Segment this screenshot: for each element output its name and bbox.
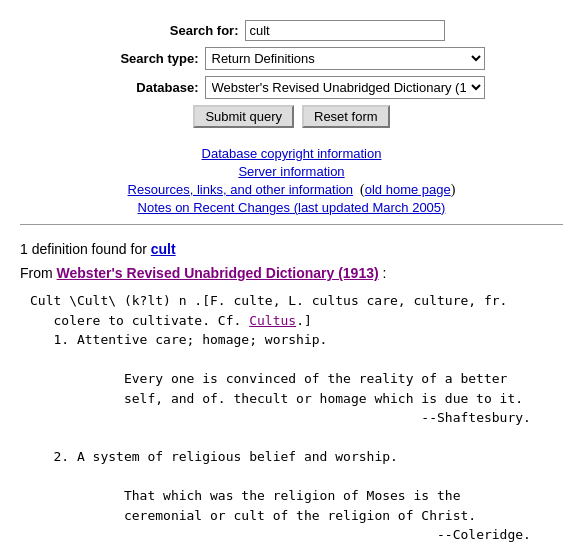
source-name-link[interactable]: Webster's Revised Unabridged Dictionary … — [57, 265, 379, 281]
search-type-row: Search type: Return Definitions Match He… — [20, 47, 563, 70]
resources-link-row: Resources, links, and other information … — [0, 182, 583, 198]
server-info-link-row: Server information — [0, 164, 583, 180]
database-row: Database: Webster's Revised Unabridged D… — [20, 76, 563, 99]
source-suffix: : — [379, 265, 387, 281]
links-section: Database copyright information Server in… — [0, 146, 583, 216]
search-for-row: Search for: — [20, 20, 563, 41]
server-info-link[interactable]: Server information — [238, 164, 344, 179]
notes-link[interactable]: Notes on Recent Changes (last updated Ma… — [138, 200, 446, 215]
definition-block: Cult \Cult\ (k?lt) n .[F. culte, L. cult… — [30, 291, 563, 545]
results-count: 1 definition found for — [20, 241, 151, 257]
search-type-select[interactable]: Return Definitions Match Headwords Match… — [205, 47, 485, 70]
notes-link-row: Notes on Recent Changes (last updated Ma… — [0, 200, 583, 216]
divider — [20, 224, 563, 225]
old-home-link[interactable]: old home page — [365, 182, 451, 197]
search-input[interactable] — [245, 20, 445, 41]
db-copyright-link-row: Database copyright information — [0, 146, 583, 162]
results-section: 1 definition found for cult From Webster… — [0, 233, 583, 553]
cultus-link[interactable]: Cultus — [249, 313, 296, 328]
db-copyright-link[interactable]: Database copyright information — [202, 146, 382, 161]
search-form: Search for: Search type: Return Definiti… — [0, 10, 583, 146]
database-label: Database: — [99, 80, 199, 95]
search-type-label: Search type: — [99, 51, 199, 66]
database-select[interactable]: Webster's Revised Unabridged Dictionary … — [205, 76, 485, 99]
search-for-label: Search for: — [139, 23, 239, 38]
button-row: Submit query Reset form — [193, 105, 389, 128]
submit-button[interactable]: Submit query — [193, 105, 294, 128]
search-word-link[interactable]: cult — [151, 241, 176, 257]
from-label: From — [20, 265, 57, 281]
resources-link[interactable]: Resources, links, and other information — [128, 182, 353, 197]
source-header: From Webster's Revised Unabridged Dictio… — [20, 265, 563, 281]
reset-button[interactable]: Reset form — [302, 105, 390, 128]
results-header: 1 definition found for cult — [20, 241, 563, 257]
